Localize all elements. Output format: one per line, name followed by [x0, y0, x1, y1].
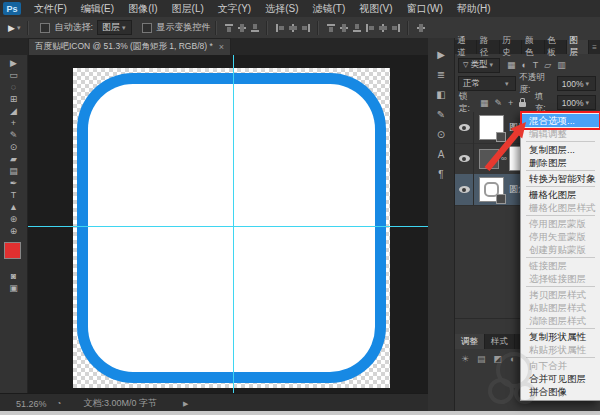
fill-field[interactable]: 100% ▾: [557, 95, 596, 110]
menu-item-delete-layer[interactable]: 删除图层: [521, 156, 600, 169]
menu-item-rasterize-layer[interactable]: 栅格化图层: [521, 188, 600, 201]
foreground-color-swatch[interactable]: [4, 242, 21, 259]
type-tool[interactable]: T: [0, 189, 27, 201]
rectangular-marquee-tool[interactable]: ▭: [0, 69, 27, 81]
expand-panels-icon[interactable]: ▶: [428, 44, 454, 64]
distribute-bottom-edges-icon[interactable]: [352, 23, 362, 33]
distribute-vertical-centers-icon[interactable]: [339, 23, 349, 33]
opacity-field[interactable]: 100% ▾: [557, 76, 596, 91]
quick-mask-button[interactable]: ◙: [0, 270, 27, 282]
crop-tool[interactable]: ⊞: [0, 93, 27, 105]
brush-tool[interactable]: ✎: [0, 129, 27, 141]
brightness-contrast-icon[interactable]: ☀: [461, 354, 469, 364]
tool-preset-caret-icon[interactable]: ▾: [17, 24, 21, 32]
menu-item-flatten-image[interactable]: 拼合图像: [521, 385, 600, 398]
levels-icon[interactable]: ▤: [477, 354, 486, 364]
menu-item-paste-shape-attributes: 粘贴形状属性: [521, 343, 600, 356]
menu-select[interactable]: 选择(S): [258, 2, 305, 16]
shape-layer-thumbnail[interactable]: [479, 177, 504, 202]
options-separator: [266, 21, 268, 35]
tab-history[interactable]: 历史: [500, 40, 522, 54]
hand-tool[interactable]: ⊛: [0, 213, 27, 225]
align-bottom-edges-icon[interactable]: [250, 23, 260, 33]
tab-swatches[interactable]: 色板: [545, 40, 567, 54]
tab-color[interactable]: 颜色: [522, 40, 544, 54]
horizontal-guide[interactable]: [28, 226, 428, 227]
character-panel-icon[interactable]: A: [428, 144, 454, 164]
filter-shape-layers-icon[interactable]: ▱: [544, 60, 551, 70]
filter-type-layers-icon[interactable]: T: [533, 60, 539, 70]
distribute-top-edges-icon[interactable]: [326, 23, 336, 33]
menu-item-convert-to-smart-object[interactable]: 转换为智能对象: [521, 172, 600, 185]
auto-align-layers-icon[interactable]: [416, 23, 426, 33]
lock-pixels-icon[interactable]: ✎: [494, 98, 502, 108]
menu-item-copy-shape-attributes[interactable]: 复制形状属性: [521, 330, 600, 343]
path-selection-tool[interactable]: ▲: [0, 201, 27, 213]
filter-smart-objects-icon[interactable]: ▥: [557, 60, 566, 70]
screen-mode-button[interactable]: ▣: [0, 282, 27, 294]
close-tab-icon[interactable]: ×: [219, 42, 224, 52]
curves-icon[interactable]: ◩: [494, 354, 503, 364]
filter-adjustment-layers-icon[interactable]: ◐: [521, 60, 526, 70]
zoom-level-field[interactable]: 51.26%: [16, 399, 47, 409]
canvas-area[interactable]: [28, 55, 428, 393]
tab-paths[interactable]: 路径: [477, 40, 499, 54]
menu-item-merge-visible[interactable]: 合并可见图层: [521, 372, 600, 385]
document-tab[interactable]: 百度贴吧ICON @ 51.3% (圆角矩形 1, RGB/8) * ×: [28, 38, 231, 55]
align-right-edges-icon[interactable]: [301, 23, 311, 33]
paragraph-panel-icon[interactable]: ¶: [428, 164, 454, 184]
eyedropper-tool[interactable]: ◢: [0, 105, 27, 117]
auto-select-checkbox[interactable]: [40, 23, 50, 33]
align-vertical-centers-icon[interactable]: [237, 23, 247, 33]
show-transform-checkbox[interactable]: [142, 23, 152, 33]
eraser-tool[interactable]: ▰: [0, 153, 27, 165]
menu-filter[interactable]: 滤镜(T): [306, 2, 353, 16]
pen-tool[interactable]: ✒: [0, 177, 27, 189]
distribute-right-edges-icon[interactable]: [391, 23, 401, 33]
visibility-toggle[interactable]: [455, 112, 474, 143]
menu-window[interactable]: 窗口(W): [400, 2, 450, 16]
auto-select-target-dropdown[interactable]: 图层 ▾: [97, 20, 133, 35]
eye-icon: [459, 186, 470, 193]
spot-healing-brush-tool[interactable]: +: [0, 117, 27, 129]
menu-layer[interactable]: 图层(L): [165, 2, 211, 16]
visibility-toggle[interactable]: [455, 174, 474, 205]
annotation-highlight-box: [520, 111, 600, 130]
clone-stamp-tool[interactable]: ⊙: [0, 141, 27, 153]
lock-position-icon[interactable]: +: [508, 98, 513, 108]
menu-item-duplicate-layer[interactable]: 复制图层...: [521, 143, 600, 156]
adjustments-panel-icon[interactable]: ≣: [428, 64, 454, 84]
align-left-edges-icon[interactable]: [275, 23, 285, 33]
layer-filter-dropdown[interactable]: ▽ 类型 ▾: [458, 58, 500, 73]
filter-pixel-layers-icon[interactable]: ▦: [507, 60, 516, 70]
menu-help[interactable]: 帮助(H): [450, 2, 498, 16]
zoom-tool[interactable]: ⊕: [0, 225, 27, 237]
panel-menu-icon[interactable]: ≡: [589, 40, 600, 54]
distribute-left-edges-icon[interactable]: [365, 23, 375, 33]
tab-channels[interactable]: 通道: [455, 40, 477, 54]
tab-layers[interactable]: 图层: [567, 40, 589, 54]
lock-all-icon[interactable]: [519, 102, 525, 107]
menu-edit[interactable]: 编辑(E): [74, 2, 121, 16]
align-horizontal-centers-icon[interactable]: [288, 23, 298, 33]
menu-view[interactable]: 视图(V): [352, 2, 399, 16]
tab-adjustments[interactable]: 调整: [455, 334, 485, 349]
lasso-tool[interactable]: ◌: [0, 81, 27, 93]
status-menu-arrow-icon[interactable]: ▶: [183, 400, 188, 408]
clone-source-panel-icon[interactable]: ⊙: [428, 124, 454, 144]
distribute-horizontal-centers-icon[interactable]: [378, 23, 388, 33]
lock-transparency-icon[interactable]: ▦: [480, 98, 489, 108]
move-tool[interactable]: ▶: [0, 57, 27, 69]
tab-styles[interactable]: 样式: [485, 334, 515, 349]
menu-image[interactable]: 图像(I): [121, 2, 164, 16]
gradient-tool[interactable]: ▤: [0, 165, 27, 177]
menu-file[interactable]: 文件(F): [27, 2, 74, 16]
masks-panel-icon[interactable]: ◧: [428, 84, 454, 104]
brush-panel-icon[interactable]: ✎: [428, 104, 454, 124]
blend-mode-dropdown[interactable]: 正常 ▾: [458, 76, 516, 91]
visibility-toggle[interactable]: [455, 143, 474, 174]
align-top-edges-icon[interactable]: [224, 23, 234, 33]
vertical-guide[interactable]: [233, 55, 234, 393]
menu-type[interactable]: 文字(Y): [211, 2, 258, 16]
exposure-icon[interactable]: ◐: [510, 354, 515, 364]
